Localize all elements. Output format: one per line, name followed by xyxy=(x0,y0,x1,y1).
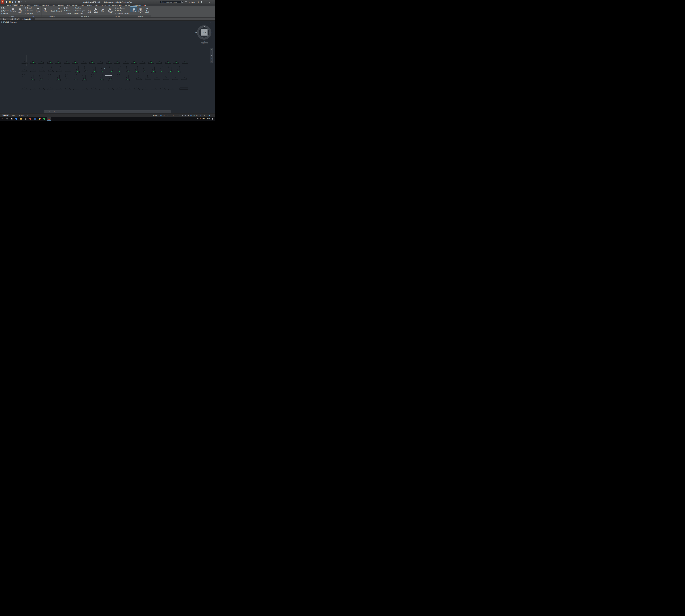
zoom-icon[interactable]: ⊕ xyxy=(211,55,212,56)
entity-head[interactable] xyxy=(73,74,78,82)
command-input[interactable]: Type a command xyxy=(54,111,66,113)
doc-close-button[interactable]: × xyxy=(212,21,213,23)
redo-caret-icon[interactable]: ▾ xyxy=(27,1,27,3)
network-icon[interactable]: ▭ xyxy=(197,118,198,120)
ribbon-button-add-jog[interactable]: ↯Add Jog xyxy=(114,9,129,12)
exchange-apps-icon[interactable]: X xyxy=(198,1,200,3)
clock[interactable]: 08:27 xyxy=(207,118,211,119)
file-tab-yon0ypk7-dxf[interactable]: yon0ypk7.dxf xyxy=(8,18,20,20)
wcs-menu[interactable]: WCS ▾ xyxy=(201,42,208,44)
entity-mouse[interactable] xyxy=(165,61,171,64)
entity-mouse[interactable] xyxy=(73,87,80,90)
minimize-button[interactable]: − xyxy=(206,1,207,3)
file-tab-start[interactable]: Start xyxy=(1,18,8,20)
save-button[interactable] xyxy=(11,1,14,4)
taskbar-task-view[interactable]: ▣ xyxy=(9,117,14,121)
ucs-icon[interactable]: Y X xyxy=(104,68,113,77)
plot-button[interactable] xyxy=(17,1,20,4)
entity-head[interactable] xyxy=(142,65,148,74)
showmotion-icon[interactable]: ▸ xyxy=(211,61,212,62)
entity-mouse[interactable] xyxy=(72,61,78,64)
ribbon-tab-bim-360[interactable]: BIM 360 xyxy=(124,4,131,6)
taskbar-edge[interactable] xyxy=(14,117,19,121)
entity-head[interactable] xyxy=(65,74,70,82)
viewcube-south[interactable]: S xyxy=(204,40,205,42)
entity-head[interactable] xyxy=(117,65,122,74)
ribbon-tab-manage[interactable]: Manage xyxy=(71,4,79,6)
status-lineweight[interactable]: ≡ xyxy=(182,114,184,116)
open-file-button[interactable] xyxy=(8,1,11,4)
taskbar-store[interactable]: ▥ xyxy=(23,117,28,121)
onedrive-icon[interactable]: ☁ xyxy=(194,118,196,120)
ribbon-tab-view[interactable]: View xyxy=(65,4,71,6)
entity-head[interactable] xyxy=(75,65,80,74)
entity-head[interactable] xyxy=(90,74,95,82)
sign-in-button[interactable]: ☻ Sign In ▾ xyxy=(188,1,196,3)
new-layout-button[interactable]: + xyxy=(26,114,29,116)
ribbon-button-no-filter[interactable]: ▤No Filter▾ xyxy=(137,6,144,13)
drawing-viewport[interactable]: [−] [Top] [2D Wireframe] − □ × N S W E T… xyxy=(0,21,215,113)
status-clean-screen[interactable]: ▢ xyxy=(211,114,214,116)
layout-tab-model[interactable]: Model xyxy=(2,114,9,116)
new-drawing-tab-button[interactable]: + xyxy=(36,18,38,20)
entity-mouse[interactable] xyxy=(47,87,53,90)
entity-tiny[interactable] xyxy=(68,66,70,69)
pan-icon[interactable]: ↔ xyxy=(211,52,212,53)
ribbon-button-section-plane[interactable]: ◫Section Plane xyxy=(107,6,114,13)
ribbon-button-polysolid[interactable]: ▦Polysolid xyxy=(10,6,17,12)
ribbon-button-shell[interactable]: ◳Shell▾ xyxy=(100,6,106,13)
save-as-button[interactable] xyxy=(14,1,17,4)
ribbon-tab-insert[interactable]: Insert xyxy=(50,4,57,6)
ribbon-button-culling[interactable]: ▩Culling xyxy=(130,6,137,12)
entity-head[interactable] xyxy=(83,65,89,74)
entity-mouse[interactable] xyxy=(106,61,112,64)
entity-mouse[interactable] xyxy=(39,87,45,90)
command-customize-icon[interactable]: ⚙ xyxy=(49,111,50,113)
undo-caret-icon[interactable]: ▾ xyxy=(23,1,24,3)
entity-head[interactable] xyxy=(21,74,26,82)
entity-tiny[interactable] xyxy=(137,75,139,78)
command-history-icon[interactable]: ▴ xyxy=(169,111,170,113)
entity-mouse[interactable] xyxy=(21,69,28,72)
viewcube-west[interactable]: W xyxy=(195,31,197,34)
ribbon-button-move-gizmo[interactable]: ⊕Move Gizmo▾ xyxy=(144,6,151,15)
entity-mouse[interactable] xyxy=(148,61,154,64)
status-object-snap-tracking[interactable]: + xyxy=(176,114,178,116)
ribbon-tab-surface[interactable]: Surface xyxy=(18,4,26,6)
entity-head[interactable] xyxy=(176,65,181,74)
status-isolate-objects[interactable]: ◌ xyxy=(206,114,208,116)
tray-chevron-icon[interactable]: ∧ xyxy=(191,118,193,120)
entity-mouse[interactable] xyxy=(56,69,62,72)
entity-head[interactable] xyxy=(125,74,130,82)
volume-icon[interactable]: ♪ xyxy=(200,118,201,120)
entity-mouse[interactable] xyxy=(133,87,140,90)
entity-head[interactable] xyxy=(116,74,122,82)
entity-mouse[interactable] xyxy=(30,69,37,72)
entity-mouse[interactable] xyxy=(131,61,137,64)
entity-mouse[interactable] xyxy=(142,87,149,90)
redo-button[interactable]: ↷ xyxy=(24,1,27,4)
view-control[interactable]: [Top] xyxy=(3,21,7,23)
ribbon-button-solid-history[interactable]: ▨Solid History xyxy=(17,6,23,13)
orbit-icon[interactable]: ↻ xyxy=(211,58,212,59)
status-autoscale[interactable]: ◎ xyxy=(193,114,195,116)
panel-label-section[interactable]: Section▾ xyxy=(107,15,130,17)
status-grid-display[interactable]: ▦ xyxy=(160,114,162,116)
entity-lines[interactable] xyxy=(179,86,188,91)
taskbar-photos[interactable] xyxy=(28,117,33,121)
taskbar-word[interactable] xyxy=(33,117,37,121)
ribbon-button-offset-edge[interactable]: ▭Offset Edge xyxy=(72,12,85,15)
layout-tab-layout2[interactable]: Layout2 xyxy=(18,114,26,116)
taskbar-file-explorer[interactable] xyxy=(19,117,23,121)
ribbon-options-icon[interactable]: ▾ xyxy=(143,5,147,6)
entity-mouse[interactable] xyxy=(173,61,179,64)
action-center-icon[interactable]: ▤ xyxy=(212,118,213,120)
entity-mouse[interactable] xyxy=(56,87,62,90)
entity-mouse[interactable] xyxy=(114,61,121,64)
status-annotation-monitor[interactable]: ⊕ xyxy=(203,114,206,116)
panel-label-solid[interactable]: Solid xyxy=(24,15,41,17)
entity-mouse[interactable] xyxy=(47,61,53,64)
entity-mouse[interactable] xyxy=(181,77,188,80)
entity-mouse[interactable] xyxy=(97,61,104,64)
ribbon-tab-parametric[interactable]: Parametric xyxy=(41,4,50,6)
